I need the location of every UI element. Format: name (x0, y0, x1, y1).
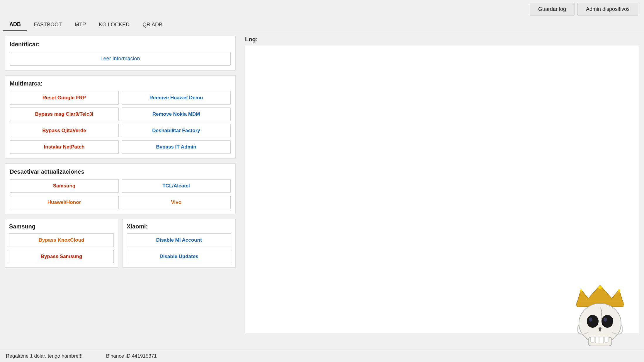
svg-point-6 (587, 315, 599, 328)
tab-bar: ADB FASTBOOT MTP KG LOCKED QR ADB (0, 18, 644, 31)
tab-kg-locked[interactable]: KG LOCKED (92, 18, 136, 31)
samsung-buttons: Bypass KnoxCloud Bypass Samsung (9, 233, 114, 263)
reset-google-frp-button[interactable]: Reset Google FRP (10, 91, 119, 105)
svg-rect-13 (600, 337, 604, 343)
svg-point-3 (618, 289, 620, 292)
multimarca-grid: Reset Google FRP Remove Huawei Demo Bypa… (10, 91, 231, 154)
xiaomi-buttons: Disable MI Account Disable Updates (127, 233, 231, 263)
disable-mi-account-button[interactable]: Disable MI Account (127, 233, 231, 247)
instalar-netpatch-button[interactable]: Instalar NetPatch (10, 140, 119, 154)
footer-binance: Binance ID 441915371 (106, 353, 157, 359)
multimarca-section: Multimarca: Reset Google FRP Remove Huaw… (5, 75, 236, 159)
top-bar: Guardar log Admin dispositivos (0, 0, 644, 18)
svg-rect-12 (595, 337, 599, 343)
identificar-title: Identificar: (10, 41, 231, 48)
footer-message: Regalame 1 dolar, tengo hambre!!! (6, 353, 83, 359)
xiaomi-title: Xiaomi: (127, 223, 231, 230)
xiaomi-section: Xiaomi: Disable MI Account Disable Updat… (122, 219, 236, 268)
svg-point-9 (604, 317, 607, 322)
tab-fastboot[interactable]: FASTBOOT (27, 18, 68, 31)
svg-point-7 (601, 315, 613, 328)
tab-adb[interactable]: ADB (3, 18, 27, 31)
disable-updates-button[interactable]: Disable Updates (127, 250, 231, 263)
tab-mtp[interactable]: MTP (68, 18, 92, 31)
bypass-ojitaverde-button[interactable]: Bypass OjitaVerde (10, 124, 119, 137)
tab-qr-adb[interactable]: QR ADB (136, 18, 169, 31)
save-log-button[interactable]: Guardar log (530, 3, 575, 16)
svg-point-8 (589, 317, 592, 322)
log-label: Log: (245, 36, 639, 43)
skull-decoration (571, 281, 629, 349)
svg-point-2 (580, 289, 582, 292)
samsung-xiaomi-row: Samsung Bypass KnoxCloud Bypass Samsung … (5, 219, 236, 268)
desactivar-title: Desactivar actualizaciones (10, 168, 231, 175)
tcl-alcatel-button[interactable]: TCL/Alcatel (122, 179, 231, 193)
left-panel: Identificar: Leer Informacion Multimarca… (0, 31, 240, 362)
admin-devices-button[interactable]: Admin dispositivos (577, 3, 638, 16)
samsung-section: Samsung Bypass KnoxCloud Bypass Samsung (5, 219, 118, 268)
bypass-knoxcloud-button[interactable]: Bypass KnoxCloud (9, 233, 114, 247)
footer: Regalame 1 dolar, tengo hambre!!! Binanc… (0, 350, 644, 362)
leer-informacion-button[interactable]: Leer Informacion (10, 52, 231, 66)
bypass-samsung-button[interactable]: Bypass Samsung (9, 250, 114, 263)
bypass-msg-clar0-button[interactable]: Bypass msg Clar0/Telc3l (10, 107, 119, 121)
samsung-title: Samsung (9, 223, 114, 230)
desactivar-section: Desactivar actualizaciones Samsung TCL/A… (5, 163, 236, 214)
multimarca-title: Multimarca: (10, 80, 231, 87)
right-panel: Log: (240, 31, 644, 362)
deshabilitar-factory-button[interactable]: Deshabilitar Factory (122, 124, 231, 137)
svg-rect-14 (605, 337, 608, 342)
svg-point-1 (598, 286, 602, 289)
remove-nokia-mdm-button[interactable]: Remove Nokia MDM (122, 107, 231, 121)
main-container: Identificar: Leer Informacion Multimarca… (0, 31, 644, 362)
samsung-updates-button[interactable]: Samsung (10, 179, 119, 193)
identificar-section: Identificar: Leer Informacion (5, 36, 236, 71)
huawei-honor-button[interactable]: Huawei/Honor (10, 196, 119, 209)
vivo-button[interactable]: Vivo (122, 196, 231, 209)
svg-rect-11 (591, 337, 594, 342)
bypass-it-admin-button[interactable]: Bypass IT Admin (122, 140, 231, 154)
remove-huawei-demo-button[interactable]: Remove Huawei Demo (122, 91, 231, 105)
desactivar-grid: Samsung TCL/Alcatel Huawei/Honor Vivo (10, 179, 231, 209)
